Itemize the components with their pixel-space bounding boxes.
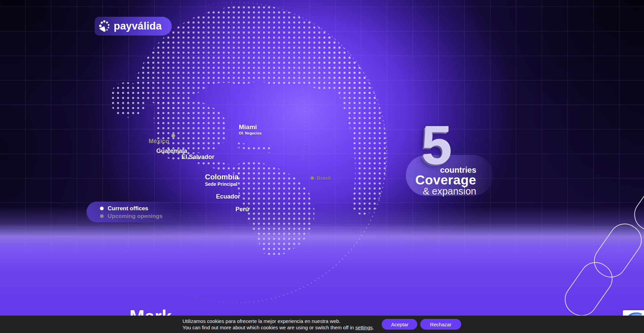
map-label-mexico: México (149, 138, 169, 145)
legend-row-current: Current offices (100, 205, 178, 212)
coverage-stats: 5 countries Coverage & expansion (406, 121, 476, 202)
mexico-upcoming-dot (171, 134, 175, 137)
label-colombia-sub: Sede Principal (205, 182, 238, 187)
map-label-colombia: Colombia Sede Principal (205, 173, 238, 187)
label-miami-sub: Of. Negocios (239, 131, 262, 135)
map-legend: Current offices Upcoming openings (87, 202, 178, 222)
payvalida-logo-text: payválida (114, 20, 162, 32)
legend-upcoming-label: Upcoming openings (108, 213, 162, 220)
countries-count: 5 (421, 118, 451, 172)
accept-cookies-button[interactable]: Aceptar (382, 319, 417, 330)
cookie-message: Utilizamos cookies para ofrecerte la mej… (182, 318, 374, 331)
map-label-el-salvador: El Salvador (181, 154, 214, 160)
brasil-upcoming-dot (311, 176, 314, 180)
payvalida-logo[interactable]: payválida (95, 17, 172, 36)
payvalida-logo-icon (98, 20, 111, 33)
legend-row-upcoming: Upcoming openings (100, 212, 178, 220)
world-map-dots (0, 0, 644, 333)
label-colombia-name: Colombia (205, 173, 238, 181)
expansion-subtitle: & expansion (423, 186, 476, 197)
coverage-title: Coverage (415, 173, 476, 187)
map-label-peru: Perú (235, 206, 249, 213)
reject-cookies-button[interactable]: Rechazar (420, 319, 461, 330)
current-offices-dot-icon (100, 207, 104, 210)
cookie-line2: You can find out more about which cookie… (182, 324, 374, 331)
cookie-consent-banner: Utilizamos cookies para ofrecerte la mej… (0, 316, 644, 333)
map-label-brasil: Brasil (317, 175, 331, 181)
upcoming-openings-dot-icon (100, 214, 104, 218)
payvalida-hero-page: payválida Miami Of. Negocios México Guat… (0, 0, 644, 333)
cookie-settings-link[interactable]: settings (355, 325, 373, 330)
label-miami-name: Miami (239, 124, 262, 130)
legend-current-label: Current offices (108, 205, 148, 212)
cookie-line1: Utilizamos cookies para ofrecerte la mej… (182, 318, 374, 324)
map-label-ecuador: Ecuador (216, 193, 240, 200)
map-label-miami: Miami Of. Negocios (239, 124, 262, 135)
